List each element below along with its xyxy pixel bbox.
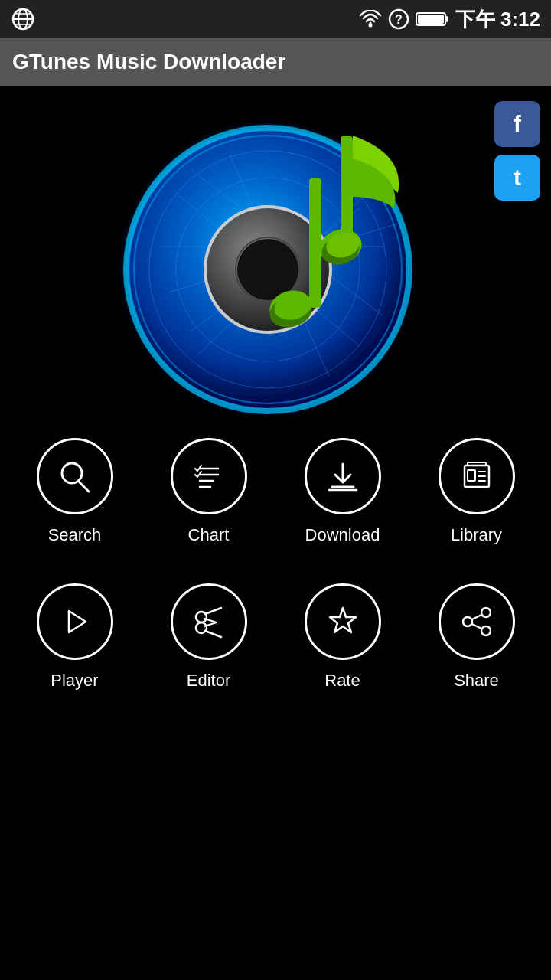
svg-point-60 [481,608,491,617]
svg-rect-48 [468,470,475,481]
chart-icon [189,456,229,496]
menu-row-1: Search Chart [0,423,551,560]
player-icon-circle [37,583,113,660]
svg-text:?: ? [395,13,403,26]
svg-rect-31 [309,178,321,308]
svg-line-64 [472,624,481,629]
svg-rect-28 [341,136,353,235]
player-button[interactable]: Player [8,568,142,706]
share-button[interactable]: Share [409,568,543,706]
library-icon [457,456,497,496]
download-icon [323,456,363,496]
svg-rect-9 [445,16,448,22]
chart-label: Chart [188,525,230,545]
svg-line-56 [205,631,221,637]
battery-icon [416,11,449,28]
info-icon: ? [388,8,409,30]
editor-icon [189,602,229,642]
status-right: ? 下午 3:12 [359,6,540,33]
svg-point-5 [368,24,372,28]
globe-icon [11,7,35,31]
rate-button[interactable]: Rate [276,568,409,706]
chart-icon-circle [171,438,247,514]
facebook-button[interactable]: f [494,101,540,147]
logo-svg [115,93,436,415]
svg-line-63 [472,615,481,619]
share-icon [457,602,497,642]
svg-point-61 [481,626,491,635]
search-label: Search [48,525,102,545]
download-label: Download [305,525,380,545]
editor-icon-circle [171,583,247,660]
library-label: Library [451,525,502,545]
svg-rect-47 [468,462,486,466]
search-icon [55,456,95,496]
editor-label: Editor [187,671,230,691]
svg-line-37 [79,482,89,492]
search-button[interactable]: Search [8,423,142,560]
svg-rect-10 [418,15,444,24]
svg-marker-52 [69,611,86,632]
svg-marker-59 [330,608,356,632]
logo-area: f t [0,86,551,423]
time-display: 下午 3:12 [455,6,540,33]
library-icon-circle [439,438,515,514]
download-button[interactable]: Download [276,423,409,560]
download-icon-circle [305,438,381,514]
main-content: f t [0,86,551,737]
player-label: Player [51,671,98,691]
rate-icon [323,602,363,642]
menu-row-2: Player Editor [0,568,551,706]
svg-point-62 [463,617,472,626]
app-logo [115,93,436,415]
app-title: GTunes Music Downloader [12,50,285,74]
share-icon-circle [439,583,515,660]
status-left [11,7,35,31]
editor-button[interactable]: Editor [142,568,276,706]
svg-line-55 [205,608,221,614]
player-icon [55,602,95,642]
status-bar: ? 下午 3:12 [0,0,551,38]
svg-point-38 [195,462,223,490]
share-label: Share [454,671,499,691]
rate-label: Rate [324,671,360,691]
svg-point-36 [62,463,82,483]
rate-icon-circle [305,583,381,660]
wifi-icon [359,10,382,28]
chart-button[interactable]: Chart [142,423,276,560]
library-button[interactable]: Library [409,423,543,560]
social-buttons: f t [494,101,540,201]
twitter-button[interactable]: t [494,155,540,201]
search-icon-circle [37,438,113,514]
title-bar: GTunes Music Downloader [0,38,551,86]
